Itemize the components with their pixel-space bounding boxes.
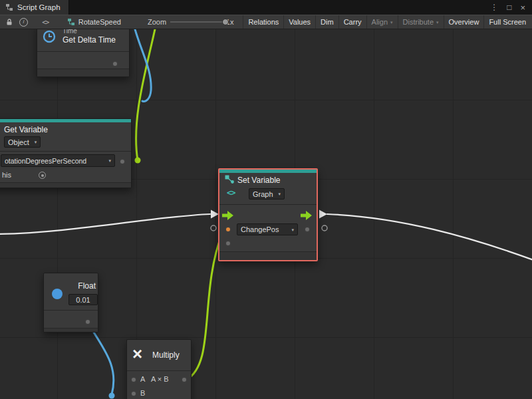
unity-script-graph-window: Script Graph ⋮ □ × i <> Rotate <box>0 0 532 399</box>
window-controls: ⋮ □ × <box>490 0 532 15</box>
zoom-slider-track <box>170 21 222 23</box>
flow-input-port[interactable] <box>222 211 233 220</box>
multiply-input-b-port[interactable] <box>130 390 137 397</box>
divider <box>0 151 131 152</box>
variable-name-label: ChangePos <box>241 225 279 233</box>
tab-title: Script Graph <box>17 3 61 11</box>
float-value: 0.01 <box>76 296 90 304</box>
variable-header-strip <box>219 170 317 173</box>
code-icon[interactable]: <> <box>40 16 51 28</box>
value-input-port[interactable] <box>225 226 231 233</box>
tab-script-graph[interactable]: Script Graph <box>0 0 69 15</box>
float-output-port[interactable] <box>84 319 91 325</box>
delta-time-output-port[interactable] <box>112 61 118 67</box>
wire-multiply-to-setvariable[interactable] <box>186 233 222 380</box>
variable-name-dropdown[interactable]: ChangePos ▾ <box>237 223 298 235</box>
fullscreen-label: Full Screen <box>489 18 526 26</box>
divider <box>37 51 129 52</box>
chevron-down-icon: ▾ <box>35 140 37 144</box>
node-footer <box>37 68 129 76</box>
scope-label: Graph <box>253 190 273 198</box>
divider <box>44 310 98 311</box>
carry-label: Carry <box>344 18 362 26</box>
graph-canvas[interactable]: Time Get Delta Time Get Variable Object … <box>0 29 532 399</box>
variable-scope-dropdown[interactable]: Object ▾ <box>4 136 41 148</box>
variable-value-output-port[interactable] <box>119 158 126 165</box>
output-ring-icon <box>322 225 327 231</box>
graph-type-icon: <> <box>227 188 235 198</box>
node-multiply[interactable]: × Multiply A A × B B <box>126 339 192 399</box>
divider <box>127 370 191 371</box>
zoom-slider[interactable] <box>170 17 222 27</box>
clock-icon <box>43 30 56 43</box>
value-output-port[interactable] <box>304 226 311 233</box>
node-title: Get Variable <box>4 125 48 134</box>
variable-header-strip <box>0 119 131 122</box>
divider <box>219 204 317 205</box>
variable-icon <box>225 175 235 184</box>
wire-flow-in[interactable] <box>0 214 210 234</box>
zoom-label: Zoom <box>148 18 166 26</box>
lock-icon-glyph <box>5 18 13 26</box>
float-icon <box>52 289 63 299</box>
node-category: Time <box>63 29 77 35</box>
node-get-variable[interactable]: Get Variable Object ▾ otationDegreesPerS… <box>0 118 132 188</box>
input-ring-icon <box>211 225 216 231</box>
info-icon[interactable]: i <box>18 16 29 28</box>
variable-name-dropdown[interactable]: otationDegreesPerSecond ▾ <box>1 154 115 167</box>
target-input-port[interactable] <box>225 240 231 247</box>
chevron-down-icon: ▾ <box>436 20 439 25</box>
chevron-down-icon: ▾ <box>279 192 281 196</box>
lock-icon[interactable] <box>4 16 15 28</box>
node-get-delta-time[interactable]: Time Get Delta Time <box>37 29 130 77</box>
overview-button[interactable]: Overview <box>444 15 484 29</box>
relations-button[interactable]: Relations <box>243 15 283 29</box>
chevron-down-icon: ▾ <box>291 227 294 232</box>
values-button[interactable]: Values <box>283 15 315 29</box>
output-label: A × B <box>151 375 169 383</box>
zoom-slider-knob[interactable] <box>222 19 229 25</box>
node-float[interactable]: Float 0.01 <box>43 273 98 332</box>
node-title: Float <box>70 281 96 291</box>
close-icon[interactable]: × <box>520 3 525 12</box>
node-set-variable[interactable]: Set Variable <> Graph ▾ ChangePos ▾ <box>218 168 318 261</box>
wire-green-endpoint[interactable] <box>135 158 141 164</box>
window-menu-icon[interactable]: ⋮ <box>490 3 498 11</box>
variable-scope-dropdown[interactable]: Graph ▾ <box>249 188 285 200</box>
variable-name-label: otationDegreesPerSecond <box>5 157 86 165</box>
wire-blue-top[interactable] <box>135 29 151 101</box>
node-title: Multiply <box>152 350 180 360</box>
chevron-down-icon: ▾ <box>390 20 393 25</box>
carry-button[interactable]: Carry <box>338 15 366 29</box>
align-button[interactable]: Align▾ <box>366 15 398 29</box>
flow-output-port[interactable] <box>301 211 312 220</box>
graph-name: RotateSpeed <box>78 18 121 26</box>
overview-label: Overview <box>449 18 479 26</box>
distribute-button[interactable]: Distribute▾ <box>398 15 444 29</box>
align-label: Align <box>372 18 388 26</box>
multiply-input-a-port[interactable] <box>130 376 137 383</box>
node-footer <box>219 251 317 260</box>
multiply-output-port[interactable] <box>181 376 188 383</box>
graph-toolbar: i <> RotateSpeed Zoom 1x Relations Value… <box>0 15 532 29</box>
node-title: Get Delta Time <box>63 35 116 45</box>
float-value-field[interactable]: 0.01 <box>68 294 98 305</box>
toolbar-buttons: Relations Values Dim Carry Align▾ Distri… <box>243 15 531 29</box>
chevron-down-icon: ▾ <box>108 158 111 163</box>
script-graph-icon <box>5 3 13 11</box>
node-footer <box>0 182 131 188</box>
dim-label: Dim <box>321 18 334 26</box>
node-footer <box>44 328 98 332</box>
node-title: Set Variable <box>237 176 280 185</box>
graph-reference[interactable]: RotateSpeed <box>67 18 121 26</box>
maximize-icon[interactable]: □ <box>507 3 511 11</box>
target-picker-icon[interactable] <box>39 172 46 179</box>
graph-asset-icon <box>67 18 75 26</box>
fullscreen-button[interactable]: Full Screen <box>483 15 531 29</box>
dim-button[interactable]: Dim <box>315 15 338 29</box>
relations-label: Relations <box>248 18 279 26</box>
wire-green-top[interactable] <box>136 29 155 160</box>
flow-out-arrowhead-icon <box>319 210 327 219</box>
wire-blue-endpoint[interactable] <box>109 393 115 399</box>
wire-flow-out[interactable] <box>327 214 532 260</box>
